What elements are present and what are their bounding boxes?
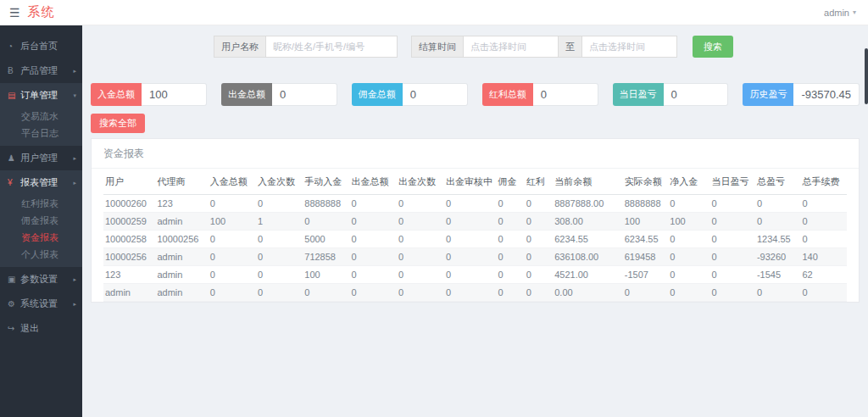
table-row[interactable]: 10000260123008888888000008887888.0088888…	[103, 195, 847, 213]
username-input[interactable]	[266, 36, 398, 58]
table-cell: 8888888	[303, 195, 349, 213]
table-cell: -1507	[623, 266, 669, 284]
sidebar-item-users[interactable]: ♟ 用户管理 ▸	[0, 146, 82, 170]
sidebar-item-platform-log[interactable]: 平台日志	[0, 125, 82, 142]
column-header: 总手续费	[800, 169, 847, 195]
table-cell: 0	[256, 284, 303, 302]
stat-value: 0	[272, 83, 337, 106]
username: admin	[824, 8, 849, 18]
table-row[interactable]: 10000259admin1001000000308.00100100000	[103, 213, 847, 231]
table-cell: 0	[256, 231, 303, 248]
table-cell: 0	[668, 248, 709, 266]
table-cell: 0	[209, 195, 256, 213]
table-row[interactable]: 123admin00100000004521.00-150700-154562	[103, 266, 847, 284]
sidebar-group-reports: ¥ 报表管理 ▸ 红利报表 佣金报表 资金报表 个人报表	[0, 170, 82, 267]
table-cell: 619458	[623, 248, 669, 266]
stat-history-pnl: 历史盈亏 -93570.45	[743, 83, 860, 106]
stat-value: -93570.45	[793, 83, 860, 106]
panel-title-text: 资金报表	[103, 147, 144, 159]
sidebar-item-params[interactable]: ▣ 参数设置 ▸	[0, 267, 82, 292]
table-cell: 0	[303, 213, 349, 231]
stat-label[interactable]: 佣金总额	[352, 83, 403, 106]
table-cell: 0	[709, 231, 755, 248]
chevron-right-icon: ▸	[73, 301, 76, 308]
chevron-down-icon: ▾	[73, 92, 76, 99]
column-header: 出金次数	[397, 169, 444, 195]
table-cell: admin	[155, 213, 208, 231]
table-cell: 0	[256, 266, 303, 284]
stat-value: 0	[533, 83, 598, 106]
funds-table: 用户代理商入金总额入金次数手动入金出金总额出金次数出金审核中佣金红利当前余额实际…	[103, 169, 847, 302]
user-menu[interactable]: admin ▾	[824, 8, 856, 18]
table-cell: 712858	[303, 248, 349, 266]
settle-time-filter-group: 结算时间 至	[411, 36, 677, 58]
sidebar-item-trade-flow[interactable]: 交易流水	[0, 108, 82, 125]
brand-title[interactable]: 系统	[28, 4, 55, 20]
table-cell: 0	[444, 195, 496, 213]
table-cell: 0	[350, 195, 397, 213]
panel-title: 资金报表	[92, 139, 859, 169]
menu-toggle-icon[interactable]: ☰	[9, 6, 20, 19]
table-cell: 0.00	[553, 284, 623, 302]
sidebar-item-orders[interactable]: ▤ 订单管理 ▾	[0, 83, 82, 108]
search-button[interactable]: 搜索	[693, 36, 733, 58]
table-cell: 100	[303, 266, 349, 284]
stat-label[interactable]: 红利总额	[482, 83, 533, 106]
table-row[interactable]: 10000256admin0071285800000636108.0061945…	[103, 248, 847, 266]
sidebar-item-personal-report[interactable]: 个人报表	[0, 246, 82, 263]
table-cell: 0	[497, 213, 525, 231]
stat-value: 0	[403, 83, 468, 106]
stat-value: 100	[142, 83, 207, 106]
sidebar-item-dashboard[interactable]: ◔ 后台首页	[0, 34, 82, 58]
table-cell: 0	[397, 231, 444, 248]
sidebar-item-label: 订单管理	[20, 89, 58, 102]
dashboard-icon: ◔	[8, 42, 20, 51]
stat-today-pnl: 当日盈亏 0	[613, 83, 729, 106]
sidebar-item-reports[interactable]: ¥ 报表管理 ▸	[0, 170, 82, 195]
main-content: 用户名称 结算时间 至 搜索 入金总额 100 出金总额 0 佣金总额 0 红利…	[82, 25, 868, 417]
table-cell: 8887888.00	[553, 195, 623, 213]
sidebar-item-funds-report[interactable]: 资金报表	[0, 229, 82, 246]
stat-withdraw-total: 出金总额 0	[221, 83, 337, 106]
table-cell: 636108.00	[553, 248, 623, 266]
table-cell: admin	[155, 284, 208, 302]
sidebar-subitem-label: 佣金报表	[21, 214, 58, 227]
stat-label[interactable]: 出金总额	[221, 83, 272, 106]
table-row[interactable]: adminadmin000000000.0000000	[103, 284, 847, 302]
end-time-input[interactable]	[582, 36, 677, 58]
sidebar-subitem-label: 资金报表	[21, 231, 58, 244]
table-cell: 0	[256, 248, 303, 266]
column-header: 入金总额	[209, 169, 256, 195]
start-time-input[interactable]	[464, 36, 559, 58]
table-cell: 10000260	[103, 195, 155, 213]
sidebar-item-products[interactable]: Ƀ 产品管理 ▸	[0, 58, 82, 83]
stat-label[interactable]: 入金总额	[91, 83, 142, 106]
table-cell: 0	[350, 248, 397, 266]
stats-bar: 入金总额 100 出金总额 0 佣金总额 0 红利总额 0 当日盈亏 0 历史盈…	[91, 83, 860, 106]
search-all-button[interactable]: 搜索全部	[91, 114, 145, 133]
column-header: 出金审核中	[444, 169, 496, 195]
column-header: 净入金	[668, 169, 709, 195]
username-filter-group: 用户名称	[214, 36, 398, 58]
stat-deposit-total: 入金总额 100	[91, 83, 207, 106]
reports-icon: ¥	[8, 178, 20, 187]
table-cell: 0	[709, 266, 755, 284]
sidebar-item-bonus-report[interactable]: 红利报表	[0, 195, 82, 212]
stat-label[interactable]: 当日盈亏	[613, 83, 664, 106]
table-row[interactable]: 1000025810000256005000000006234.556234.5…	[103, 231, 847, 248]
sidebar-item-label: 参数设置	[20, 273, 58, 286]
sidebar-item-logout[interactable]: ↪ 退出	[0, 316, 82, 341]
logout-icon: ↪	[8, 324, 20, 333]
stat-label[interactable]: 历史盈亏	[743, 83, 793, 106]
table-cell: 0	[668, 231, 709, 248]
sidebar-item-settings[interactable]: ⚙ 系统设置 ▸	[0, 292, 82, 316]
table-cell: 308.00	[553, 213, 623, 231]
table-cell: 0	[209, 231, 256, 248]
table-cell: 0	[397, 284, 444, 302]
table-cell: 1234.55	[755, 231, 801, 248]
table-cell: 0	[755, 213, 801, 231]
table-cell: admin	[155, 248, 208, 266]
sidebar-item-commission-report[interactable]: 佣金报表	[0, 212, 82, 229]
column-header: 手动入金	[303, 169, 349, 195]
scrollbar-thumb[interactable]	[865, 48, 868, 104]
